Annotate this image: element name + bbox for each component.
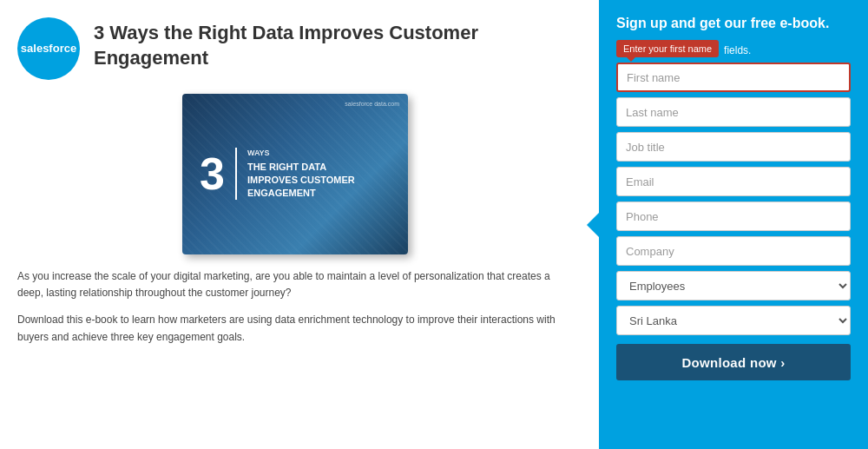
- email-input[interactable]: [616, 167, 851, 196]
- left-panel: salesforce 3 Ways the Right Data Improve…: [0, 0, 599, 449]
- form-heading: Sign up and get our free e-book.: [616, 16, 851, 31]
- right-panel: Sign up and get our free e-book. Enter y…: [599, 0, 868, 449]
- header: salesforce 3 Ways the Right Data Improve…: [17, 17, 573, 80]
- phone-input[interactable]: [616, 201, 851, 231]
- error-suffix: fields.: [724, 44, 751, 56]
- subtitle-line2: IMPROVES CUSTOMER: [247, 175, 355, 185]
- description-paragraph2: Download this e-book to learn how market…: [17, 312, 573, 345]
- job-title-input[interactable]: [616, 132, 851, 162]
- country-select[interactable]: Sri Lanka United States United Kingdom A…: [616, 306, 851, 335]
- error-row: Enter your first name fields.: [616, 40, 851, 61]
- company-input[interactable]: [616, 236, 851, 266]
- book-divider: [235, 148, 237, 200]
- book-overlay: 3 WAYS THE RIGHT DATA IMPROVES CUSTOMER …: [182, 148, 408, 201]
- last-name-input[interactable]: [616, 97, 851, 127]
- book-number: 3: [200, 151, 225, 196]
- ways-label: WAYS: [247, 148, 355, 159]
- book-branding: salesforce data.com: [345, 101, 399, 107]
- book-subtitle: WAYS THE RIGHT DATA IMPROVES CUSTOMER EN…: [247, 148, 355, 201]
- employees-select[interactable]: Employees 1-10 11-50 51-200 201-500 501-…: [616, 271, 851, 300]
- subtitle-line1: THE RIGHT DATA: [247, 162, 326, 172]
- first-name-input[interactable]: [616, 63, 851, 92]
- description-paragraph1: As you increase the scale of your digita…: [17, 268, 573, 301]
- error-tooltip: Enter your first name: [616, 40, 719, 57]
- page-title: 3 Ways the Right Data Improves Customer …: [94, 17, 573, 70]
- book-cover: salesforce data.com 3 WAYS THE RIGHT DAT…: [182, 94, 408, 254]
- download-button[interactable]: Download now ›: [616, 344, 851, 380]
- subtitle-line3: ENGAGEMENT: [247, 188, 316, 198]
- salesforce-logo: salesforce: [17, 17, 80, 80]
- logo-text: salesforce: [21, 42, 76, 56]
